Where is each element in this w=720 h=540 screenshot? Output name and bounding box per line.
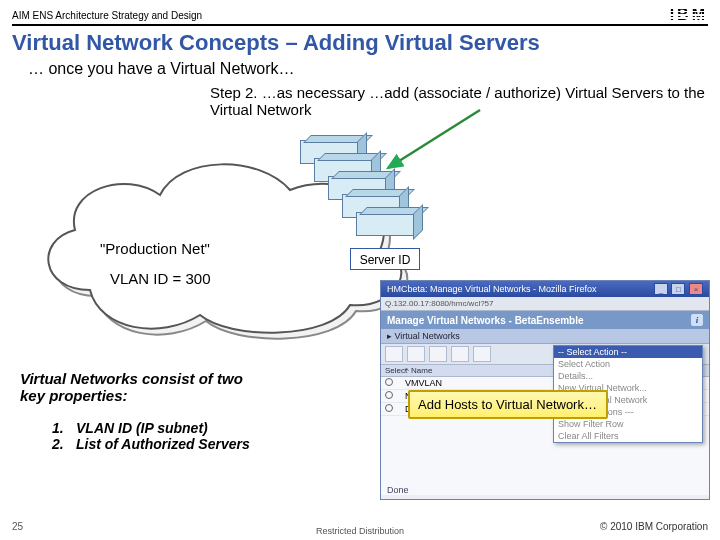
section-label: ▸ Virtual Networks <box>381 329 709 344</box>
dropdown-header[interactable]: -- Select Action -- <box>554 346 702 358</box>
toolbar-button[interactable] <box>473 346 491 362</box>
list-item: 2.List of Authorized Servers <box>52 436 250 452</box>
col-name: ^ Name <box>405 366 432 375</box>
browser-urlbar[interactable]: Q.132.00.17:8080/hmc/wcl?57 <box>381 297 709 311</box>
properties-list: 1.VLAN ID (IP subnet) 2.List of Authoriz… <box>52 420 250 452</box>
restricted-label: Restricted Distribution <box>0 526 720 536</box>
dropdown-option[interactable]: Details... <box>554 370 702 382</box>
maximize-icon[interactable]: □ <box>671 283 685 295</box>
radio-icon[interactable] <box>385 391 393 399</box>
minimize-icon[interactable]: _ <box>654 283 668 295</box>
dropdown-option[interactable]: Clear All Filters <box>554 430 702 442</box>
close-icon[interactable]: × <box>689 283 703 295</box>
cloud-name: "Production Net" <box>100 240 210 257</box>
subtitle-1: … once you have a Virtual Network… <box>28 60 295 78</box>
toolbar-button[interactable] <box>429 346 447 362</box>
toolbar-button[interactable] <box>385 346 403 362</box>
info-icon[interactable]: i <box>691 314 703 326</box>
toolbar-button[interactable] <box>451 346 469 362</box>
list-item: 1.VLAN ID (IP subnet) <box>52 420 250 436</box>
window-buttons: _ □ × <box>653 283 703 295</box>
browser-titlebar: HMCbeta: Manage Virtual Networks - Mozil… <box>381 281 709 297</box>
panel-title: Manage Virtual Networks - BetaEnsemble <box>387 315 584 326</box>
radio-icon[interactable] <box>385 404 393 412</box>
properties-heading: Virtual Networks consist of two key prop… <box>20 370 270 404</box>
dropdown-option[interactable]: Show Filter Row <box>554 418 702 430</box>
page-title: Virtual Network Concepts – Adding Virtua… <box>12 30 540 56</box>
server-icon <box>356 212 416 236</box>
cloud-vlan: VLAN ID = 300 <box>110 270 210 287</box>
radio-icon[interactable] <box>385 378 393 386</box>
header-left: AIM ENS Architecture Strategy and Design <box>12 10 202 21</box>
highlight-callout: Add Hosts to Virtual Network… <box>408 390 608 419</box>
header-rule <box>12 24 708 26</box>
done-label: Done <box>387 485 409 495</box>
svg-line-0 <box>388 110 480 168</box>
browser-title: HMCbeta: Manage Virtual Networks - Mozil… <box>387 284 596 294</box>
ibm-logo: IBM <box>670 6 708 24</box>
dropdown-option[interactable]: Select Action <box>554 358 702 370</box>
toolbar-button[interactable] <box>407 346 425 362</box>
arrow-icon <box>380 108 500 188</box>
panel-header: Manage Virtual Networks - BetaEnsemble i <box>381 311 709 329</box>
server-id-label: Server ID <box>350 248 420 270</box>
col-select: Select <box>385 366 405 375</box>
